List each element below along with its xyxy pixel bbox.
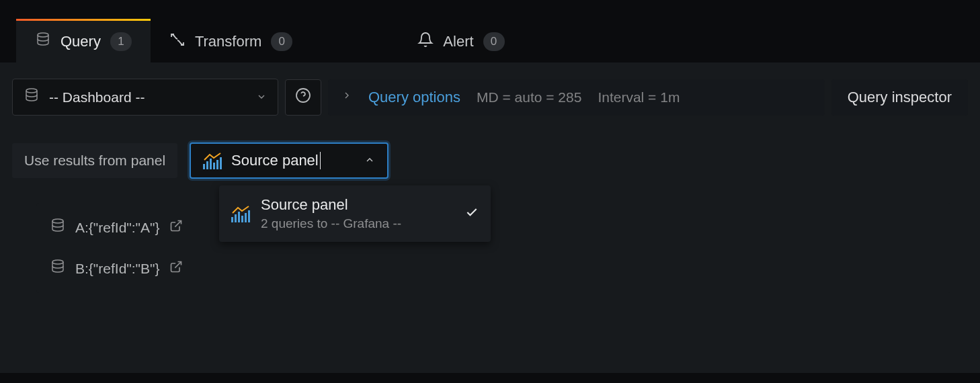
external-link-icon[interactable]: [169, 219, 183, 236]
tab-query-label: Query: [60, 33, 101, 50]
graph-icon: [203, 152, 222, 169]
content-area: -- Dashboard -- Query options MD = auto …: [0, 62, 980, 373]
external-link-icon[interactable]: [169, 260, 183, 277]
md-info: MD = auto = 285: [477, 89, 581, 105]
datasource-name: -- Dashboard --: [49, 89, 145, 105]
dropdown-option-subtitle: 2 queries to -- Grafana --: [261, 216, 401, 231]
panel-select-value: Source panel: [231, 152, 321, 169]
tab-alert[interactable]: Alert 0: [399, 21, 523, 62]
database-icon: [50, 218, 66, 237]
tab-transform[interactable]: Transform 0: [151, 21, 311, 62]
results-list: A:{"refId":"A"} B:{"refId":"B"}: [36, 203, 950, 293]
chevron-down-icon: [256, 89, 267, 105]
dropdown-option[interactable]: Source panel 2 queries to -- Grafana --: [219, 187, 491, 241]
bell-icon: [417, 32, 434, 52]
result-label: A:{"refId":"A"}: [75, 220, 160, 236]
database-icon: [35, 32, 51, 52]
svg-line-7: [175, 262, 181, 268]
query-inspector-button[interactable]: Query inspector: [831, 79, 968, 116]
dropdown-option-text: Source panel 2 queries to -- Grafana --: [261, 196, 401, 231]
result-row: A:{"refId":"A"}: [36, 207, 950, 248]
database-icon: [50, 259, 66, 278]
query-toolbar: -- Dashboard -- Query options MD = auto …: [12, 79, 968, 116]
chevron-up-icon: [364, 152, 375, 169]
transform-icon: [169, 32, 186, 52]
tab-transform-count: 0: [271, 32, 292, 51]
tab-transform-label: Transform: [195, 33, 261, 50]
svg-point-4: [52, 219, 63, 223]
panel-select[interactable]: Source panel: [190, 142, 389, 179]
help-icon: [295, 87, 311, 107]
database-icon: [24, 87, 40, 107]
query-inspector-label: Query inspector: [848, 89, 952, 106]
tab-alert-count: 0: [483, 32, 505, 51]
svg-point-2: [296, 89, 310, 102]
tabs-bar: Query 1 Transform 0 Alert 0: [0, 0, 980, 62]
tab-query[interactable]: Query 1: [16, 19, 151, 62]
panel-select-dropdown: Source panel 2 queries to -- Grafana --: [219, 185, 491, 242]
dropdown-option-title: Source panel: [261, 196, 401, 214]
graph-icon: [231, 205, 250, 222]
query-options-link[interactable]: Query options: [368, 89, 460, 106]
svg-point-6: [52, 260, 63, 264]
check-icon: [465, 206, 479, 222]
panel-selector-label: Use results from panel: [12, 143, 177, 178]
datasource-picker[interactable]: -- Dashboard --: [12, 79, 278, 116]
svg-line-5: [175, 221, 181, 227]
query-options-bar: Query options MD = auto = 285 Interval =…: [328, 79, 825, 116]
result-row: B:{"refId":"B"}: [36, 248, 950, 289]
svg-point-0: [38, 33, 48, 37]
panel-selector-row: Use results from panel Source panel: [12, 142, 968, 179]
tab-query-count: 1: [110, 32, 132, 51]
svg-point-1: [26, 89, 37, 93]
interval-info: Interval = 1m: [598, 89, 680, 105]
tab-alert-label: Alert: [443, 33, 473, 50]
help-button[interactable]: [285, 79, 321, 116]
chevron-right-icon[interactable]: [341, 90, 352, 104]
result-label: B:{"refId":"B"}: [75, 261, 160, 277]
